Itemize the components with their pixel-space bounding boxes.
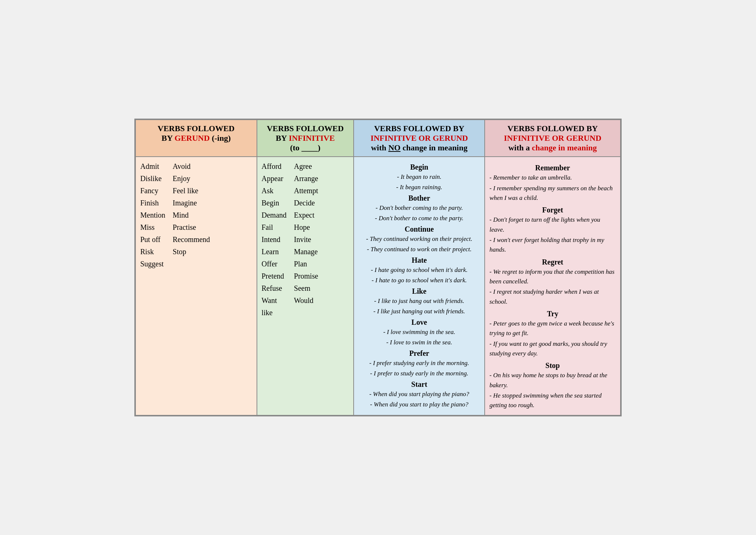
section-title-prefer: Prefer: [358, 349, 480, 358]
list-item: Arrange: [294, 173, 318, 184]
list-item: Appear: [262, 173, 287, 184]
gerund-col1: Admit Dislike Fancy Finish Mention Miss …: [140, 161, 165, 270]
header-both-no-change: VERBS FOLLOWED BYINFINITIVE OR GERUNDwit…: [354, 120, 485, 157]
list-item: Refuse: [262, 283, 287, 294]
section-example: - Don't bother to come to the party.: [358, 214, 480, 223]
list-item: Afford: [262, 161, 287, 172]
no-change-section-hate: Hate - I hate going to school when it's …: [358, 256, 480, 285]
change-title-remember: Remember: [489, 164, 616, 172]
change-example: - I regret not studying harder when I wa…: [489, 287, 616, 307]
list-item: Plan: [294, 258, 318, 270]
body-both-change: Remember - Remember to take an umbrella.…: [485, 157, 621, 415]
list-item: Fancy: [140, 185, 165, 197]
list-item: Mention: [140, 209, 165, 221]
section-title-begin: Begin: [358, 163, 480, 171]
list-item: Ask: [262, 185, 287, 197]
header-both-change-text: VERBS FOLLOWED BYINFINITIVE OR GERUNDwit…: [504, 124, 601, 152]
gerund-columns: Admit Dislike Fancy Finish Mention Miss …: [140, 161, 252, 270]
section-title-bother: Bother: [358, 194, 480, 202]
list-item: Fail: [262, 222, 287, 233]
change-title-regret: Regret: [489, 258, 616, 266]
section-example: - They continued to work on their projec…: [358, 245, 480, 254]
change-section-stop: Stop - On his way home he stops to buy b…: [489, 361, 616, 410]
section-example: - Don't bother coming to the party.: [358, 203, 480, 213]
section-example: - It began raining.: [358, 183, 480, 192]
page-container: VERBS FOLLOWEDBY GERUND (-ing) VERBS FOL…: [134, 119, 622, 416]
change-example: - Peter goes to the gym twice a week bec…: [489, 319, 616, 338]
header-infinitive-red: INFINITIVE: [289, 133, 335, 143]
section-example: - When did you start playing the piano?: [358, 389, 480, 399]
no-change-section-start: Start - When did you start playing the p…: [358, 380, 480, 409]
section-example: - I love swimming in the sea.: [358, 327, 480, 337]
list-item: Feel like: [173, 185, 210, 197]
no-change-section-begin: Begin - It began to rain. - It began rai…: [358, 163, 480, 192]
list-item: Risk: [140, 246, 165, 258]
header-infinitive: VERBS FOLLOWEDBY INFINITIVE(to ____): [257, 120, 354, 157]
section-example: - It began to rain.: [358, 172, 480, 182]
change-example: - I won't ever forget holding that troph…: [489, 235, 616, 255]
change-section-remember: Remember - Remember to take an umbrella.…: [489, 164, 616, 203]
body-gerund: Admit Dislike Fancy Finish Mention Miss …: [135, 157, 257, 415]
list-item: Learn: [262, 246, 287, 258]
list-item: Agree: [294, 161, 318, 172]
list-item: Suggest: [140, 258, 165, 270]
list-item: Expect: [294, 209, 318, 221]
list-item: Begin: [262, 197, 287, 209]
infinitive-columns: Afford Appear Ask Begin Demand Fail Inte…: [262, 161, 349, 318]
change-title-try: Try: [489, 310, 616, 318]
section-example: - I love to swim in the sea.: [358, 338, 480, 347]
change-title-stop: Stop: [489, 361, 616, 370]
change-example: - Don't forget to turn off the lights wh…: [489, 215, 616, 235]
change-example: - We regret to inform you that the compe…: [489, 267, 616, 287]
change-example: - He stopped swimming when the sea start…: [489, 391, 616, 410]
list-item: Manage: [294, 246, 318, 258]
list-item: Offer: [262, 258, 287, 270]
section-title-like: Like: [358, 287, 480, 296]
body-infinitive: Afford Appear Ask Begin Demand Fail Inte…: [257, 157, 354, 415]
main-table: VERBS FOLLOWEDBY GERUND (-ing) VERBS FOL…: [135, 119, 621, 416]
list-item: Put off: [140, 234, 165, 245]
header-gerund-text: VERBS FOLLOWEDBY GERUND (-ing): [158, 124, 234, 143]
list-item: Enjoy: [173, 173, 210, 184]
list-item: Hope: [294, 222, 318, 233]
change-section-regret: Regret - We regret to inform you that th…: [489, 258, 616, 307]
section-example: - I hate going to school when it's dark.: [358, 265, 480, 275]
section-example: - I hate to go to school when it's dark.: [358, 276, 480, 285]
infinitive-col1: Afford Appear Ask Begin Demand Fail Inte…: [262, 161, 287, 318]
list-item: Attempt: [294, 185, 318, 197]
body-both-no-change: Begin - It began to rain. - It began rai…: [354, 157, 485, 415]
section-example: - I like just hanging out with friends.: [358, 307, 480, 316]
header-infinitive-text: VERBS FOLLOWEDBY INFINITIVE(to ____): [267, 124, 344, 152]
change-example: - Remember to take an umbrella.: [489, 173, 616, 183]
no-change-section-prefer: Prefer - I prefer studying early in the …: [358, 349, 480, 378]
change-example: - I remember spending my summers on the …: [489, 184, 616, 203]
header-both-change: VERBS FOLLOWED BYINFINITIVE OR GERUNDwit…: [485, 120, 621, 157]
header-both-no-change-text: VERBS FOLLOWED BYINFINITIVE OR GERUNDwit…: [371, 124, 468, 152]
header-both-change-red: INFINITIVE OR GERUND: [504, 133, 601, 143]
header-gerund: VERBS FOLLOWEDBY GERUND (-ing): [135, 120, 257, 157]
list-item: Recommend: [173, 234, 210, 245]
list-item: Mind: [173, 209, 210, 221]
change-example: - If you want to get good marks, you sho…: [489, 339, 616, 359]
list-item: Avoid: [173, 161, 210, 172]
list-item: Demand: [262, 209, 287, 221]
section-title-hate: Hate: [358, 256, 480, 265]
section-example: - I like to just hang out with friends.: [358, 296, 480, 306]
list-item: Miss: [140, 222, 165, 233]
no-change-section-continue: Continue - They continued working on the…: [358, 225, 480, 254]
list-item: Intend: [262, 234, 287, 245]
gerund-col2: Avoid Enjoy Feel like Imagine Mind Pract…: [173, 161, 210, 270]
list-item: Seem: [294, 283, 318, 294]
infinitive-col2: Agree Arrange Attempt Decide Expect Hope…: [294, 161, 318, 318]
list-item: Imagine: [173, 197, 210, 209]
header-both-no-change-red: INFINITIVE OR GERUND: [371, 133, 468, 143]
list-item: Decide: [294, 197, 318, 209]
change-section-try: Try - Peter goes to the gym twice a week…: [489, 310, 616, 358]
list-item: Dislike: [140, 173, 165, 184]
list-item: Stop: [173, 246, 210, 258]
change-section-forget: Forget - Don't forget to turn off the li…: [489, 206, 616, 255]
list-item: Practise: [173, 222, 210, 233]
list-item: Want: [262, 295, 287, 306]
section-example: - When did you start to play the piano?: [358, 400, 480, 409]
section-example: - I prefer to study early in the morning…: [358, 369, 480, 378]
